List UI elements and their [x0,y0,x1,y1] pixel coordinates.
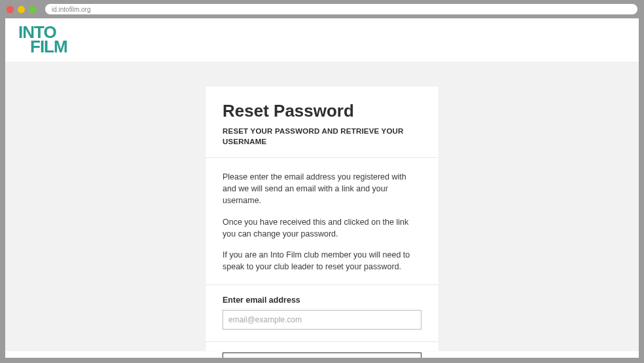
email-input[interactable] [223,310,421,330]
send-reset-email-button[interactable]: SEND RESET EMAIL [223,353,421,358]
window-maximize-icon[interactable] [29,6,36,13]
viewport-frame: INTO FILM Reset Password RESET YOUR PASS… [0,18,644,363]
instruction-paragraph-3: If you are an Into Film club member you … [223,249,421,273]
email-label: Enter email address [223,296,421,305]
site-logo[interactable]: INTO FILM [18,25,67,54]
site-header: INTO FILM [5,18,639,62]
page: INTO FILM Reset Password RESET YOUR PASS… [5,18,639,358]
instruction-paragraph-1: Please enter the email address you regis… [223,171,421,206]
logo-line2: FILM [30,39,67,54]
instruction-paragraph-2: Once you have received this and clicked … [223,216,421,240]
card-subtitle: RESET YOUR PASSWORD AND RETRIEVE YOUR US… [223,126,421,147]
card-action: SEND RESET EMAIL [206,342,438,358]
url-text: id.intofilm.org [52,6,90,13]
card-header: Reset Password RESET YOUR PASSWORD AND R… [206,86,438,158]
reset-password-card: Reset Password RESET YOUR PASSWORD AND R… [206,86,438,351]
url-bar[interactable]: id.intofilm.org [45,4,637,14]
card-form: Enter email address [206,285,438,342]
window-minimize-icon[interactable] [18,6,25,13]
card-body: Please enter the email address you regis… [206,158,438,285]
window-close-icon[interactable] [7,6,14,13]
card-title: Reset Password [223,101,421,121]
browser-toolbar: id.intofilm.org [0,0,644,18]
content-area: Reset Password RESET YOUR PASSWORD AND R… [5,62,639,351]
